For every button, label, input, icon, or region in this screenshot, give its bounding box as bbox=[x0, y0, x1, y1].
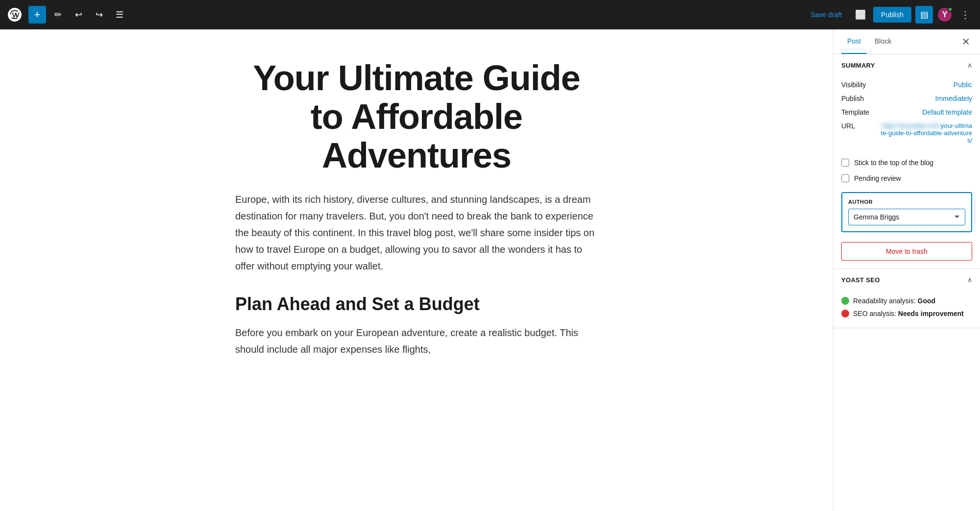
post-body-paragraph[interactable]: Europe, with its rich history, diverse c… bbox=[235, 191, 598, 274]
wp-logo-icon bbox=[8, 8, 22, 22]
sidebar-tabs: Post Block ✕ bbox=[833, 29, 980, 54]
toolbar-right: Save draft ⬜ Publish ▤ Y ⋮ bbox=[805, 6, 974, 24]
tab-post[interactable]: Post bbox=[841, 29, 867, 54]
toolbar: + ✏ ↩ ↪ ☰ Save draft ⬜ Publish ▤ Y ⋮ bbox=[0, 0, 980, 29]
stick-to-top-label: Stick to the top of the blog bbox=[854, 159, 933, 167]
seo-text: SEO analysis: Needs improvement bbox=[853, 310, 964, 317]
summary-section-header[interactable]: Summary ∧ bbox=[833, 54, 980, 76]
publish-row-label: Publish bbox=[841, 95, 881, 102]
publish-row-value[interactable]: Immediately bbox=[935, 95, 972, 102]
stick-to-top-row: Stick to the top of the blog bbox=[833, 155, 980, 170]
sidebar-icon: ▤ bbox=[920, 9, 929, 20]
monitor-icon: ⬜ bbox=[855, 9, 866, 20]
template-value[interactable]: Default template bbox=[922, 108, 972, 116]
url-label: URL bbox=[841, 122, 881, 130]
pending-review-checkbox[interactable] bbox=[841, 174, 849, 182]
undo-icon: ↩ bbox=[75, 9, 82, 20]
sidebar-close-button[interactable]: ✕ bbox=[960, 34, 972, 49]
pencil-button[interactable]: ✏ bbox=[49, 6, 67, 24]
stick-to-top-checkbox[interactable] bbox=[841, 159, 849, 167]
url-value[interactable]: https://example.com/your-ultimate-guide-… bbox=[881, 122, 972, 144]
yoast-chevron-icon: ∧ bbox=[967, 276, 972, 284]
template-row: Template Default template bbox=[841, 105, 972, 119]
readability-row: Readability analysis: Good bbox=[841, 294, 972, 307]
move-to-trash-button[interactable]: Move to trash bbox=[841, 242, 972, 261]
author-section: AUTHOR Gemma Briggs bbox=[841, 192, 972, 232]
yoast-title: Yoast SEO bbox=[841, 276, 880, 284]
author-label: AUTHOR bbox=[848, 199, 965, 205]
main-area: Your Ultimate Guide to Affordable Advent… bbox=[0, 29, 980, 511]
redo-button[interactable]: ↪ bbox=[90, 6, 108, 24]
yoast-section: Yoast SEO ∧ Readability analysis: Good S… bbox=[833, 269, 980, 328]
seo-dot-icon bbox=[841, 310, 849, 317]
list-view-button[interactable]: ☰ bbox=[111, 6, 128, 24]
post-subheading[interactable]: Plan Ahead and Set a Budget bbox=[235, 294, 598, 315]
template-label: Template bbox=[841, 108, 881, 116]
yoast-section-header[interactable]: Yoast SEO ∧ bbox=[833, 269, 980, 291]
post-title[interactable]: Your Ultimate Guide to Affordable Advent… bbox=[235, 59, 598, 175]
yoast-button[interactable]: Y bbox=[937, 7, 953, 23]
visibility-row: Visibility Public bbox=[841, 78, 972, 92]
settings-panel-button[interactable]: ▤ bbox=[915, 6, 933, 24]
readability-label: Readability analysis: bbox=[853, 297, 916, 305]
author-select[interactable]: Gemma Briggs bbox=[848, 209, 965, 225]
redo-icon: ↪ bbox=[96, 9, 103, 20]
post-body-paragraph-2[interactable]: Before you embark on your European adven… bbox=[235, 324, 598, 358]
view-button[interactable]: ⬜ bbox=[852, 6, 869, 24]
save-draft-button[interactable]: Save draft bbox=[805, 8, 848, 22]
url-row: URL https://example.com/your-ultimate-gu… bbox=[841, 119, 972, 147]
visibility-value[interactable]: Public bbox=[954, 81, 972, 89]
more-options-button[interactable]: ⋮ bbox=[956, 6, 974, 24]
summary-rows: Visibility Public Publish Immediately Te… bbox=[833, 76, 980, 155]
add-block-button[interactable]: + bbox=[28, 6, 46, 24]
editor-content: Your Ultimate Guide to Affordable Advent… bbox=[235, 59, 598, 482]
sidebar: Post Block ✕ Summary ∧ Visibility Public… bbox=[833, 29, 980, 511]
yoast-status-dot bbox=[948, 7, 953, 12]
url-blurred-part: https://example.com/ bbox=[882, 122, 941, 129]
publish-button[interactable]: Publish bbox=[873, 7, 911, 23]
more-icon: ⋮ bbox=[960, 9, 970, 21]
undo-button[interactable]: ↩ bbox=[70, 6, 87, 24]
readability-dot-icon bbox=[841, 297, 849, 305]
publish-row: Publish Immediately bbox=[841, 92, 972, 105]
pending-review-row: Pending review bbox=[833, 170, 980, 186]
visibility-label: Visibility bbox=[841, 81, 881, 89]
readability-value: Good bbox=[918, 297, 936, 305]
wp-logo bbox=[6, 6, 24, 24]
close-icon: ✕ bbox=[962, 36, 970, 48]
summary-chevron-icon: ∧ bbox=[967, 61, 972, 69]
yoast-rows: Readability analysis: Good SEO analysis:… bbox=[833, 291, 980, 328]
summary-section: Summary ∧ Visibility Public Publish Imme… bbox=[833, 54, 980, 269]
add-icon: + bbox=[34, 8, 41, 21]
list-icon: ☰ bbox=[116, 9, 123, 20]
readability-text: Readability analysis: Good bbox=[853, 297, 935, 305]
summary-title: Summary bbox=[841, 62, 875, 69]
pending-review-label: Pending review bbox=[854, 174, 901, 182]
tab-block[interactable]: Block bbox=[869, 29, 897, 54]
editor-area: Your Ultimate Guide to Affordable Advent… bbox=[0, 29, 833, 511]
seo-label: SEO analysis: bbox=[853, 310, 896, 317]
seo-value: Needs improvement bbox=[898, 310, 964, 317]
pencil-icon: ✏ bbox=[54, 9, 62, 20]
seo-row: SEO analysis: Needs improvement bbox=[841, 307, 972, 320]
